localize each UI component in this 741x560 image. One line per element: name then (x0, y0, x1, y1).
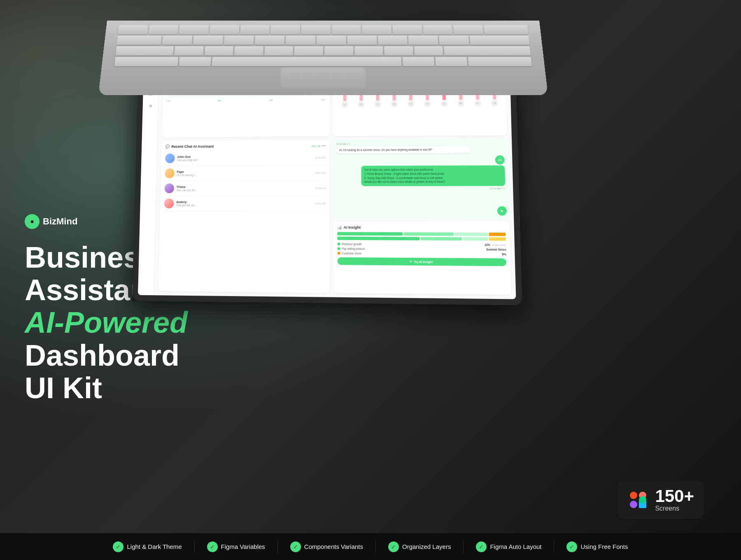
send-button[interactable]: ➤ (497, 206, 507, 216)
chat-time-1: 10.00 AM (315, 156, 326, 159)
badge-label-2: Figma Variables (221, 543, 265, 550)
figma-screens: Screens (655, 505, 694, 512)
key (408, 36, 438, 45)
check-icon-6: ✓ (566, 541, 577, 552)
key (470, 36, 529, 45)
chat-list: John Doe Can you help me? 10.00 AM (164, 150, 326, 212)
badge-organized-layers: ✓ Organized Layers (388, 541, 451, 552)
key (162, 36, 192, 45)
key (414, 47, 443, 56)
see-all-button[interactable]: See all (311, 145, 320, 147)
key (149, 26, 179, 34)
key (224, 36, 254, 45)
figma-count: 150+ (655, 488, 694, 505)
key (324, 47, 353, 56)
bubble-user-message: Hi, I'm looking for a summer dress. Do y… (336, 146, 471, 154)
key (118, 26, 148, 34)
laptop: ⊞ ▤ ◫ 👤 ⚙ BizMind (107, 21, 539, 399)
key (332, 26, 361, 34)
badge-free-fonts: ✓ Using Free Fonts (566, 541, 628, 552)
chat-more-icon[interactable]: ••• (322, 144, 326, 148)
sidebar-settings-icon[interactable]: ⚙ (147, 102, 155, 110)
key (204, 47, 233, 56)
chat-avatar-3 (164, 183, 174, 193)
key (240, 26, 270, 34)
chat-title: 💬 Recent Chat AI Assistant (165, 145, 214, 149)
key (453, 26, 483, 34)
badge-label-3: Components Variants (304, 543, 363, 550)
ai-insight-card: 📊 AI Insight (333, 221, 511, 295)
key (255, 36, 284, 45)
key (117, 36, 162, 45)
badge-label-4: Organized Layers (402, 543, 451, 550)
chat-item-3[interactable]: Triana Yes, can you sh... 10.00 AM (164, 181, 326, 196)
check-icon-1: ✓ (113, 541, 124, 552)
bubble-user-time: 07:00 AM ✓✓ (336, 142, 504, 145)
key (264, 47, 293, 56)
badge-label-1: Light & Dark Theme (127, 543, 182, 550)
badge-label-5: Figma Auto Layout (490, 543, 541, 550)
insight-bar-row-1 (337, 232, 506, 236)
check-icon-3: ✓ (290, 541, 301, 552)
key (270, 26, 300, 34)
key (362, 26, 392, 34)
insight-stat-topselling: Top-selling product Summer Dress (337, 247, 506, 251)
key (179, 26, 209, 34)
chat-item-4[interactable]: Audrey Can you tell me... 10.00 AM (164, 196, 326, 211)
key (439, 36, 469, 45)
key-row-4 (114, 57, 532, 66)
keyboard-rows (101, 21, 545, 71)
key (301, 26, 331, 34)
chat-preview-1: Can you help me? (177, 158, 313, 161)
key (392, 26, 422, 34)
insight-bar-row-2 (337, 237, 506, 241)
key (468, 57, 532, 66)
key (384, 47, 413, 56)
key (347, 36, 377, 45)
svg-point-4 (639, 496, 646, 504)
badge-figma-variables: ✓ Figma Variables (207, 541, 265, 552)
chat-info-3: Triana Yes, can you sh... (177, 185, 313, 191)
chat-item-2[interactable]: Fajar Hi, I'm looking f... 10.00 AM (165, 166, 326, 181)
key (294, 47, 323, 56)
check-icon-5: ✓ (476, 541, 487, 552)
bubble-ai-time: 07:10 AM ✓✓ (336, 187, 505, 190)
key (403, 57, 435, 66)
bubble-ai-text: Got it! Here are some options that match… (364, 168, 445, 183)
brand-name: BizMind (43, 216, 77, 227)
separator (194, 541, 195, 553)
chat-preview-4: Can you tell me... (176, 204, 313, 207)
key-row-1 (118, 26, 528, 34)
key (210, 26, 239, 34)
insight-stat-churn: Customer churn 8% (337, 252, 506, 256)
try-ai-button[interactable]: ✦ Try AI Insight (337, 257, 506, 266)
chat-preview-2: Hi, I'm looking f... (177, 173, 312, 177)
insight-bars (337, 232, 506, 240)
badge-label-6: Using Free Fonts (580, 543, 628, 550)
key (179, 57, 211, 66)
chat-controls: See all ••• (311, 144, 326, 148)
separator (554, 541, 554, 553)
chat-info-2: Fajar Hi, I'm looking f... (177, 170, 312, 177)
badge-light-dark: ✓ Light & Dark Theme (113, 541, 182, 552)
chat-info-1: John Doe Can you help me? (177, 154, 313, 161)
bubble-ai-message: Got it! Here are some options that match… (361, 166, 505, 186)
key (317, 36, 346, 45)
chat-time-4: 10.00 AM (315, 202, 326, 205)
figma-badge: 150+ Screens (618, 481, 704, 519)
chart-labels: Thu Fri Sat Sun (166, 98, 326, 103)
chat-preview-3: Yes, can you sh... (177, 189, 313, 191)
key (423, 26, 452, 34)
key (444, 47, 531, 56)
key (116, 47, 174, 56)
key (484, 26, 529, 34)
ai-insight-title: 📊 AI Insight (337, 225, 361, 229)
bottom-strip: ✓ Light & Dark Theme ✓ Figma Variables ✓… (0, 533, 741, 560)
ai-avatar-bubble: AI (495, 155, 505, 164)
chat-item[interactable]: John Doe Can you help me? 10.00 AM (165, 150, 326, 166)
chat-info-4: Audrey Can you tell me... (176, 200, 313, 207)
chat-avatar-4 (164, 198, 174, 208)
brand-logo-icon: ● (25, 214, 40, 229)
key (174, 47, 203, 56)
trackpad[interactable] (280, 68, 366, 89)
